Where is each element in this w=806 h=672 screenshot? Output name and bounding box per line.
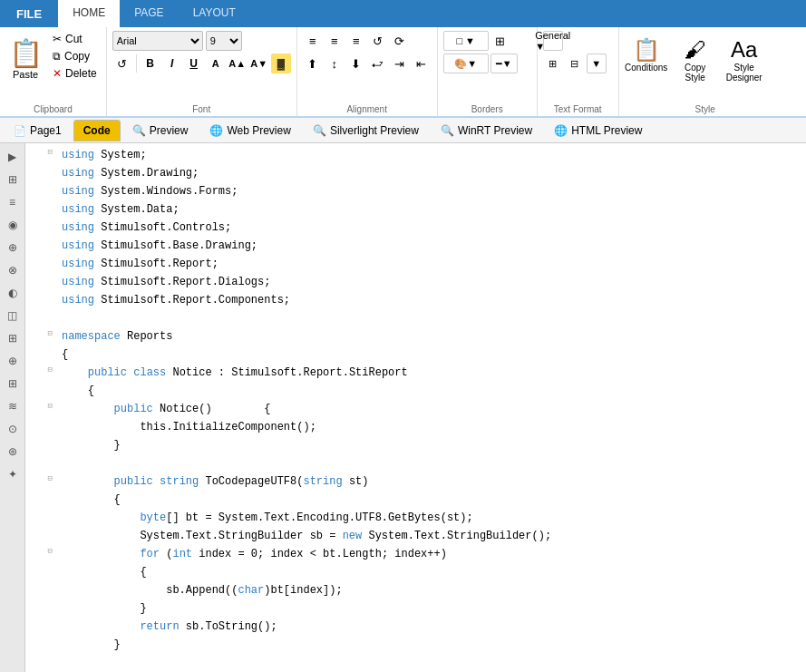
indent-button[interactable]: ⇥ xyxy=(390,54,410,73)
valign-top-button[interactable]: ⬆ xyxy=(303,54,323,73)
sidebar-icon-5[interactable]: ⊗ xyxy=(3,260,23,280)
sidebar-icon-14[interactable]: ✦ xyxy=(3,464,23,484)
rotate-icon[interactable]: ↺ xyxy=(112,54,132,73)
outdent-button[interactable]: ⇤ xyxy=(412,54,432,73)
sidebar-icon-11[interactable]: ≋ xyxy=(3,396,23,416)
border-style-select[interactable]: □ ▼ xyxy=(443,31,489,51)
sidebar-icon-3[interactable]: ◉ xyxy=(3,215,23,235)
align-center-button[interactable]: ≡ xyxy=(325,31,345,51)
style-designer-button[interactable]: Aa StyleDesigner xyxy=(723,33,766,91)
rotate-ccw-button[interactable]: ↺ xyxy=(368,31,388,51)
preview-icon: 🔍 xyxy=(132,124,146,137)
line-style-select[interactable]: ━▼ xyxy=(490,54,518,73)
html-preview-tab[interactable]: 🌐 HTML Preview xyxy=(544,120,652,141)
winrt-tab-label: WinRT Preview xyxy=(458,124,532,137)
font-size-down-button[interactable]: A▼ xyxy=(249,54,269,73)
code-line-14: ⊟ public Notice() { xyxy=(25,401,806,419)
expand-10[interactable]: ⊟ xyxy=(48,328,53,341)
expand-17[interactable]: ⊟ xyxy=(48,473,53,486)
copy-icon: ⧉ xyxy=(53,50,61,63)
expand-1[interactable]: ⊟ xyxy=(48,147,53,160)
sidebar-icon-7[interactable]: ◫ xyxy=(3,306,23,326)
conditions-label: Conditions xyxy=(625,63,667,73)
format-btn1[interactable]: ⊞ xyxy=(543,54,563,73)
format-general-select[interactable]: General ▼ xyxy=(543,31,563,51)
format-btn2[interactable]: ⊟ xyxy=(565,54,585,73)
underline-button[interactable]: U xyxy=(184,54,204,73)
delete-button[interactable]: ✕ Delete xyxy=(49,65,101,82)
gutter-10: ⊟ xyxy=(25,328,58,341)
page1-tab-icon: 📄 xyxy=(14,125,26,137)
sidebar-icon-8[interactable]: ⊞ xyxy=(3,328,23,348)
code-line-24: } xyxy=(25,600,806,618)
format-expander[interactable]: ▼ xyxy=(587,54,607,73)
code-line-15: this.InitializeComponent(); xyxy=(25,419,806,437)
web-preview-tab[interactable]: 🌐 Web Preview xyxy=(199,120,300,141)
cut-button[interactable]: ✂ Cut xyxy=(49,31,101,47)
code-line-4: using System.Data; xyxy=(25,201,806,219)
tab-page[interactable]: PAGE xyxy=(120,0,178,27)
copy-style-button[interactable]: 🖌 CopyStyle xyxy=(674,33,717,91)
preview-tab-label: Preview xyxy=(150,124,189,137)
tab-file[interactable]: FILE xyxy=(0,0,58,27)
expand-21[interactable]: ⊟ xyxy=(48,546,53,559)
font-size-select[interactable]: 9 xyxy=(206,31,242,51)
delete-label: Delete xyxy=(65,67,97,80)
style-group: 📋 Conditions 🖌 CopyStyle Aa StyleDesigne… xyxy=(619,27,791,116)
silverlight-tab-label: Silverlight Preview xyxy=(330,124,419,137)
code-text-2: using System.Drawing; xyxy=(58,165,199,181)
sidebar-icon-12[interactable]: ⊙ xyxy=(3,419,23,439)
gutter-21: ⊟ xyxy=(25,546,58,559)
code-tab[interactable]: Code xyxy=(73,120,121,141)
ribbon-content: 📋 Paste ✂ Cut ⧉ Copy ✕ xyxy=(0,27,806,118)
align-left-button[interactable]: ≡ xyxy=(303,31,323,51)
tab-layout[interactable]: LAYOUT xyxy=(179,0,250,27)
copy-button[interactable]: ⧉ Copy xyxy=(49,48,101,64)
preview-tab[interactable]: 🔍 Preview xyxy=(122,120,199,141)
page1-tab[interactable]: 📄 Page1 xyxy=(4,120,72,141)
code-line-18: { xyxy=(25,492,806,510)
silverlight-preview-tab[interactable]: 🔍 Silverlight Preview xyxy=(303,120,429,141)
code-editor[interactable]: ⊟ using System; using System.Drawing; us… xyxy=(25,143,806,672)
font-color-button[interactable]: A xyxy=(206,54,226,73)
code-line-10: ⊟ namespace Reports xyxy=(25,328,806,346)
border-settings-button[interactable]: ⊞ xyxy=(490,31,510,51)
valign-bot-button[interactable]: ⬇ xyxy=(346,54,366,73)
fill-color-select[interactable]: 🎨▼ xyxy=(443,54,489,73)
paste-button[interactable]: 📋 Paste xyxy=(5,31,45,85)
cut-icon: ✂ xyxy=(53,33,62,45)
expand-14[interactable]: ⊟ xyxy=(48,401,53,414)
valign-mid-button[interactable]: ↕ xyxy=(325,54,345,73)
sidebar-icon-6[interactable]: ◐ xyxy=(3,283,23,303)
font-size-up-button[interactable]: A▲ xyxy=(228,54,248,73)
clipboard-label: Clipboard xyxy=(0,104,106,114)
tab-home[interactable]: HOME xyxy=(58,0,120,27)
code-text-24: } xyxy=(58,600,147,617)
code-text-21: for (int index = 0; index < bt.Length; i… xyxy=(58,546,447,562)
font-family-select[interactable]: Arial xyxy=(112,31,203,51)
gutter-1: ⊟ xyxy=(25,147,58,160)
app-container: FILE HOME PAGE LAYOUT 📋 Paste ✂ Cut xyxy=(0,0,806,672)
sidebar-icon-13[interactable]: ⊛ xyxy=(3,442,23,462)
sidebar-icon-1[interactable]: ⊞ xyxy=(3,170,23,190)
conditions-button[interactable]: 📋 Conditions xyxy=(625,33,668,91)
code-text-14: public Notice() { xyxy=(58,401,270,417)
italic-button[interactable]: I xyxy=(162,54,182,73)
align-right-button[interactable]: ≡ xyxy=(346,31,366,51)
highlight-button[interactable]: ▓ xyxy=(271,54,291,73)
wrap-button[interactable]: ⮐ xyxy=(368,54,388,73)
sidebar-icon-10[interactable]: ⊞ xyxy=(3,374,23,394)
code-text-4: using System.Data; xyxy=(58,201,180,218)
winrt-icon: 🔍 xyxy=(441,124,454,137)
sidebar-icon-0[interactable]: ▶ xyxy=(3,147,23,167)
bold-button[interactable]: B xyxy=(141,54,160,73)
style-designer-icon: Aa xyxy=(731,37,757,63)
sidebar-icon-4[interactable]: ⊕ xyxy=(3,238,23,258)
sidebar-icon-2[interactable]: ≡ xyxy=(3,192,23,212)
expand-12[interactable]: ⊟ xyxy=(48,365,53,377)
html-tab-label: HTML Preview xyxy=(571,124,642,137)
winrt-preview-tab[interactable]: 🔍 WinRT Preview xyxy=(431,120,542,141)
code-text-15: this.InitializeComponent(); xyxy=(58,419,316,435)
rotate-cw-button[interactable]: ⟳ xyxy=(390,31,410,51)
sidebar-icon-9[interactable]: ⊕ xyxy=(3,351,23,371)
